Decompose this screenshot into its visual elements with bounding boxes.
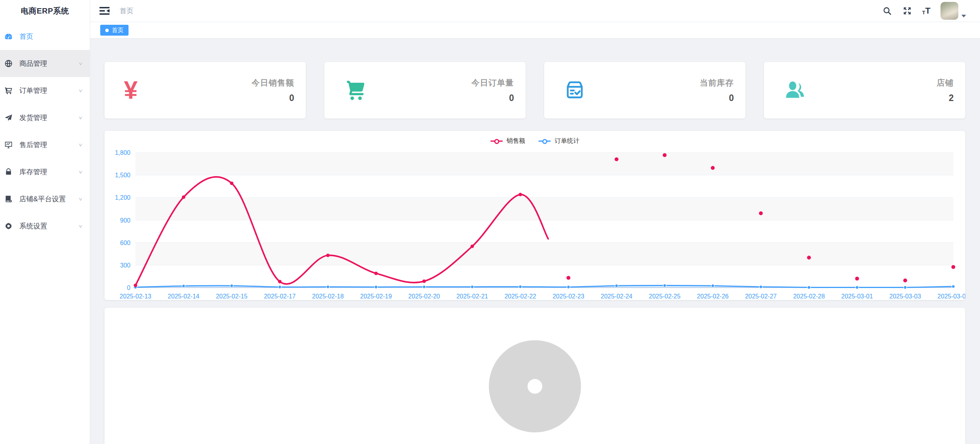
legend-label: 销售额 xyxy=(507,137,525,145)
search-icon[interactable] xyxy=(882,6,892,16)
svg-text:2025-03-01: 2025-03-01 xyxy=(841,293,873,300)
stat-value: 0 xyxy=(700,93,734,103)
stat-value: 0 xyxy=(252,93,294,103)
svg-text:2025-02-14: 2025-02-14 xyxy=(168,293,199,300)
users-icon xyxy=(783,79,807,101)
app-title: 电商ERP系统 xyxy=(0,0,90,22)
header-actions: TT xyxy=(882,2,980,20)
svg-text:2025-02-25: 2025-02-25 xyxy=(649,293,680,300)
svg-text:2025-02-28: 2025-02-28 xyxy=(793,293,825,300)
sidebar-item-label: 售后管理 xyxy=(19,140,78,149)
user-menu[interactable] xyxy=(941,2,966,20)
sidebar-item-label: 店铺&平台设置 xyxy=(19,194,78,204)
svg-text:300: 300 xyxy=(120,262,130,269)
svg-text:2025-02-13: 2025-02-13 xyxy=(120,293,151,300)
breadcrumb[interactable]: 首页 xyxy=(120,6,134,15)
stat-card-stores: 店铺 2 xyxy=(764,62,965,118)
svg-text:2025-02-19: 2025-02-19 xyxy=(360,293,392,300)
book-gear-icon xyxy=(4,194,13,204)
sidebar: 电商ERP系统 首页 商品管理 ∨ 订单管理 ∨ 发货管理 xyxy=(0,0,90,444)
chevron-down-icon: ∨ xyxy=(78,142,83,147)
svg-text:2025-02-20: 2025-02-20 xyxy=(408,293,440,300)
svg-text:2025-03-04: 2025-03-04 xyxy=(937,293,965,300)
sales-orders-chart-card: 销售额 订单统计 03006009001,2001,5001,8002025-0… xyxy=(105,131,965,300)
dashboard-icon xyxy=(4,32,13,41)
stat-card-sales-today: ¥ 今日销售额 0 xyxy=(105,62,306,118)
svg-text:2025-03-03: 2025-03-03 xyxy=(889,293,921,300)
svg-text:600: 600 xyxy=(120,240,130,246)
empty-donut-chart xyxy=(105,308,965,444)
sidebar-menu: 首页 商品管理 ∨ 订单管理 ∨ 发货管理 ∨ xyxy=(0,23,90,240)
svg-text:2025-02-17: 2025-02-17 xyxy=(264,293,296,300)
stat-card-orders-today: 今日订单量 0 xyxy=(324,62,526,118)
monitor-chart-icon xyxy=(4,140,13,149)
legend-marker-orders xyxy=(538,139,551,144)
sidebar-item-aftersales[interactable]: 售后管理 ∨ xyxy=(0,131,90,158)
sidebar-item-system-settings[interactable]: 系统设置 ∨ xyxy=(0,213,90,240)
svg-text:2025-02-23: 2025-02-23 xyxy=(553,293,584,300)
sidebar-item-label: 订单管理 xyxy=(19,86,78,95)
cart-icon xyxy=(344,79,368,101)
stat-label: 当前库存 xyxy=(700,77,734,88)
stat-value: 2 xyxy=(937,93,954,103)
sidebar-item-home[interactable]: 首页 xyxy=(0,23,90,50)
sidebar-item-products[interactable]: 商品管理 ∨ xyxy=(0,50,90,77)
svg-text:1,200: 1,200 xyxy=(115,194,130,201)
sidebar-item-shipping[interactable]: 发货管理 ∨ xyxy=(0,104,90,131)
globe-icon xyxy=(4,59,13,68)
chart-legend: 销售额 订单统计 xyxy=(105,137,965,145)
svg-text:900: 900 xyxy=(120,217,130,224)
stat-value: 0 xyxy=(471,93,514,103)
tab-home[interactable]: 首页 xyxy=(100,25,128,36)
chevron-down-icon: ∨ xyxy=(78,88,83,93)
tab-label: 首页 xyxy=(112,27,123,34)
sidebar-item-label: 系统设置 xyxy=(19,221,78,231)
user-avatar[interactable] xyxy=(941,2,958,20)
gear-icon xyxy=(4,221,13,231)
sidebar-item-label: 库存管理 xyxy=(19,167,78,177)
pie-chart-card xyxy=(105,308,965,444)
stat-card-inventory: 当前库存 0 xyxy=(544,62,745,118)
box-icon xyxy=(564,79,586,101)
chevron-down-icon: ∨ xyxy=(78,196,83,201)
sidebar-item-label: 发货管理 xyxy=(19,113,78,122)
tab-bar: 首页 xyxy=(90,22,980,39)
stat-label: 今日订单量 xyxy=(471,77,514,88)
yen-icon: ¥ xyxy=(124,78,138,103)
fullscreen-icon[interactable] xyxy=(902,6,912,16)
svg-text:1,500: 1,500 xyxy=(115,172,130,178)
svg-text:2025-02-18: 2025-02-18 xyxy=(312,293,344,300)
chevron-down-icon: ∨ xyxy=(78,61,83,66)
cart-icon xyxy=(4,86,13,95)
svg-text:2025-02-24: 2025-02-24 xyxy=(601,293,632,300)
svg-text:0: 0 xyxy=(127,285,130,291)
top-header: 首页 TT xyxy=(90,0,980,22)
svg-text:2025-02-15: 2025-02-15 xyxy=(216,293,248,300)
legend-label: 订单统计 xyxy=(555,137,579,145)
stat-label: 今日销售额 xyxy=(252,77,294,88)
send-icon xyxy=(4,113,13,122)
legend-marker-sales xyxy=(490,139,503,144)
sidebar-item-orders[interactable]: 订单管理 ∨ xyxy=(0,77,90,104)
lock-icon xyxy=(4,167,13,177)
sidebar-item-store-settings[interactable]: 店铺&平台设置 ∨ xyxy=(0,185,90,213)
caret-down-icon xyxy=(961,15,966,17)
collapse-menu-icon[interactable] xyxy=(99,7,110,15)
svg-text:2025-02-27: 2025-02-27 xyxy=(745,293,777,300)
sidebar-item-inventory[interactable]: 库存管理 ∨ xyxy=(0,158,90,185)
chevron-down-icon: ∨ xyxy=(78,169,83,174)
stat-label: 店铺 xyxy=(937,77,954,88)
chevron-down-icon: ∨ xyxy=(78,115,83,120)
svg-text:2025-02-22: 2025-02-22 xyxy=(504,293,536,300)
svg-text:1,800: 1,800 xyxy=(115,149,130,156)
sidebar-item-label: 首页 xyxy=(19,32,83,41)
chevron-down-icon: ∨ xyxy=(78,223,83,228)
svg-text:2025-02-21: 2025-02-21 xyxy=(456,293,488,300)
line-chart: 03006009001,2001,5001,8002025-02-132025-… xyxy=(105,131,965,300)
svg-text:2025-02-26: 2025-02-26 xyxy=(697,293,729,300)
legend-item-orders[interactable]: 订单统计 xyxy=(538,137,579,145)
tab-active-dot xyxy=(105,29,109,32)
legend-item-sales[interactable]: 销售额 xyxy=(490,137,525,145)
sidebar-item-label: 商品管理 xyxy=(19,59,78,68)
font-size-icon[interactable]: TT xyxy=(922,7,930,15)
